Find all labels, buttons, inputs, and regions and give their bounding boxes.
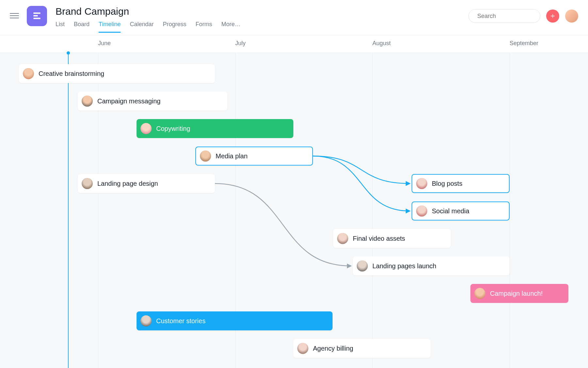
project-icon[interactable]	[27, 6, 47, 26]
tab-more[interactable]: More…	[221, 21, 241, 33]
assignee-avatar[interactable]	[474, 288, 485, 299]
today-marker	[68, 53, 69, 368]
task-label: Copywriting	[156, 125, 190, 132]
header: Brand Campaign List Board Timeline Calen…	[0, 0, 588, 35]
task-label: Campaign messaging	[97, 97, 160, 105]
tab-timeline[interactable]: Timeline	[99, 21, 121, 33]
task-landing-pages-launch[interactable]: Landing pages launch	[353, 256, 510, 275]
month-ruler: June July August September	[0, 35, 588, 53]
tab-calendar[interactable]: Calendar	[130, 21, 154, 33]
task-label: Landing page design	[97, 180, 158, 187]
task-label: Creative brainstorming	[39, 70, 104, 78]
task-creative-brainstorming[interactable]: Creative brainstorming	[19, 64, 215, 83]
page-title: Brand Campaign	[56, 6, 468, 17]
task-label: Media plan	[216, 152, 248, 160]
task-label: Final video assets	[353, 235, 405, 242]
assignee-avatar[interactable]	[23, 68, 34, 79]
tab-forms[interactable]: Forms	[196, 21, 212, 33]
search-input[interactable]	[468, 9, 540, 23]
timeline-canvas[interactable]: Creative brainstormingCampaign messaging…	[0, 53, 588, 368]
task-final-video-assets[interactable]: Final video assets	[333, 229, 451, 248]
assignee-avatar[interactable]	[416, 205, 427, 217]
add-button[interactable]	[546, 9, 559, 23]
task-label: Agency billing	[313, 345, 353, 352]
task-agency-billing[interactable]: Agency billing	[293, 339, 431, 358]
task-label: Campaign launch!	[490, 290, 543, 297]
search-field[interactable]	[477, 13, 553, 20]
task-blog-posts[interactable]: Blog posts	[412, 174, 510, 193]
assignee-avatar[interactable]	[82, 178, 93, 189]
plus-icon	[550, 13, 556, 19]
month-label: July	[235, 40, 246, 47]
task-label: Blog posts	[432, 180, 462, 187]
task-landing-page-design[interactable]: Landing page design	[78, 174, 215, 193]
tab-list[interactable]: List	[56, 21, 65, 33]
assignee-avatar[interactable]	[82, 96, 93, 107]
task-copywriting[interactable]: Copywriting	[137, 119, 293, 138]
tab-progress[interactable]: Progress	[163, 21, 186, 33]
tab-board[interactable]: Board	[74, 21, 90, 33]
view-tabs: List Board Timeline Calendar Progress Fo…	[56, 21, 468, 33]
task-social-media[interactable]: Social media	[412, 202, 510, 220]
assignee-avatar[interactable]	[140, 315, 152, 326]
task-campaign-messaging[interactable]: Campaign messaging	[78, 92, 227, 111]
assignee-avatar[interactable]	[200, 150, 211, 162]
task-label: Social media	[432, 207, 469, 215]
avatar[interactable]	[565, 9, 578, 23]
month-label: August	[372, 40, 391, 47]
task-campaign-launch[interactable]: Campaign launch!	[470, 284, 568, 303]
gridline	[510, 53, 510, 368]
assignee-avatar[interactable]	[140, 123, 152, 134]
gridline	[372, 53, 373, 368]
assignee-avatar[interactable]	[416, 178, 427, 189]
menu-icon[interactable]	[10, 11, 19, 20]
task-label: Customer stories	[156, 317, 205, 325]
task-media-plan[interactable]: Media plan	[195, 147, 313, 166]
task-customer-stories[interactable]: Customer stories	[137, 311, 333, 330]
assignee-avatar[interactable]	[297, 343, 308, 354]
month-label: June	[98, 40, 111, 47]
assignee-avatar[interactable]	[357, 260, 368, 272]
assignee-avatar[interactable]	[337, 233, 348, 244]
month-label: September	[510, 40, 538, 47]
task-label: Landing pages launch	[372, 262, 436, 270]
